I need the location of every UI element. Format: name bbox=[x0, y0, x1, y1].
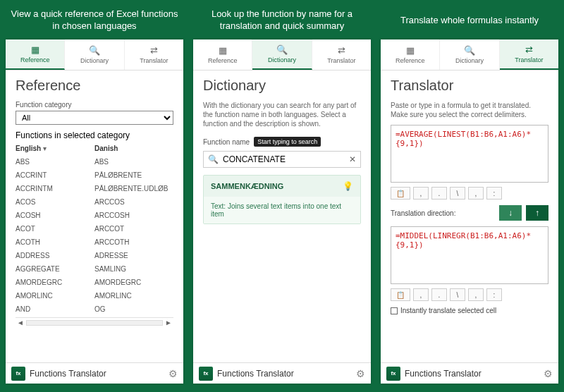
table-row[interactable]: ABSABS bbox=[16, 155, 173, 169]
translator-description: Paste or type in a formula to get it tra… bbox=[391, 101, 548, 119]
translate-icon: ⇄ bbox=[525, 44, 533, 55]
delim-cell[interactable]: . bbox=[431, 187, 447, 200]
table-row[interactable]: AMORDEGRCAMORDEGRC bbox=[16, 276, 173, 289]
delimiter-row-bottom: 📋 , . \ , : bbox=[391, 288, 548, 301]
result-card[interactable]: SAMMENKÆDNING 💡 Text: Joins several text… bbox=[203, 175, 361, 224]
app-logo-icon: fx bbox=[11, 367, 25, 381]
delim-cell[interactable]: , bbox=[468, 288, 484, 301]
horizontal-scrollbar[interactable]: ◄ ► bbox=[16, 317, 173, 327]
delim-cell[interactable]: : bbox=[486, 187, 502, 200]
dictionary-description: With the dictionary you can search for a… bbox=[203, 101, 361, 128]
translate-icon: ⇄ bbox=[338, 45, 345, 56]
app-logo-icon: fx bbox=[199, 367, 213, 381]
page-title: Reference bbox=[16, 78, 173, 94]
footer-title: Functions Translator bbox=[217, 369, 294, 379]
reference-icon: ▦ bbox=[31, 44, 39, 55]
function-list[interactable]: ABSABS ACCRINTPÅLØBRENTE ACCRINTMPÅLØBRE… bbox=[16, 155, 173, 317]
gear-icon[interactable]: ⚙ bbox=[544, 368, 553, 379]
reference-icon: ▦ bbox=[219, 45, 227, 56]
caption-reference: View a quick reference of Excel function… bbox=[6, 8, 183, 32]
search-icon: 🔍 bbox=[276, 44, 288, 55]
delim-cell[interactable]: : bbox=[486, 288, 502, 301]
tab-reference[interactable]: ▦ Reference bbox=[381, 39, 440, 70]
instant-checkbox[interactable] bbox=[391, 307, 398, 314]
tab-label: Reference bbox=[20, 56, 50, 63]
table-row[interactable]: ACOTARCCOT bbox=[16, 222, 173, 235]
table-row[interactable]: AMORLINCAMORLINC bbox=[16, 289, 173, 302]
delim-cell[interactable]: . bbox=[431, 288, 447, 301]
delim-cell[interactable]: \ bbox=[450, 288, 465, 301]
category-label: Function category bbox=[16, 101, 173, 109]
function-name-label: Function name bbox=[203, 138, 250, 146]
delim-cell[interactable]: , bbox=[413, 288, 429, 301]
tab-dictionary[interactable]: 🔍 Dictionary bbox=[252, 39, 312, 70]
tab-label: Translator bbox=[515, 56, 543, 63]
tab-label: Dictionary bbox=[268, 56, 296, 63]
tab-translator[interactable]: ⇄ Translator bbox=[500, 39, 558, 70]
footer: fx Functions Translator ⚙ bbox=[381, 362, 558, 384]
formula-input[interactable]: =AVERAGE(LINEST(B1:B6,A1:A6)*{9,1}) bbox=[391, 125, 548, 183]
gear-icon[interactable]: ⚙ bbox=[356, 368, 365, 379]
table-row[interactable]: ACOSHARCCOSH bbox=[16, 209, 173, 222]
tab-label: Dictionary bbox=[80, 57, 109, 64]
reference-icon: ▦ bbox=[406, 45, 415, 56]
tab-dictionary[interactable]: 🔍 Dictionary bbox=[440, 39, 499, 70]
tab-reference[interactable]: ▦ Reference bbox=[6, 39, 65, 70]
footer: fx Functions Translator ⚙ bbox=[6, 362, 183, 384]
search-icon: 🔍 bbox=[208, 154, 219, 164]
tab-translator[interactable]: ⇄ Translator bbox=[312, 39, 371, 70]
tab-label: Dictionary bbox=[455, 57, 484, 64]
result-name: SAMMENKÆDNING bbox=[211, 182, 283, 190]
table-row[interactable]: ACCRINTPÅLØBRENTE bbox=[16, 169, 173, 182]
caption-translator: Translate whole formulas instantly bbox=[398, 8, 541, 32]
instant-label: Instantly translate selected cell bbox=[400, 307, 496, 314]
table-row[interactable]: ACOSARCCOS bbox=[16, 195, 173, 209]
clear-icon[interactable]: ✕ bbox=[349, 154, 356, 164]
category-select[interactable]: All bbox=[16, 111, 173, 125]
caption-dictionary: Look up the function by name for a trans… bbox=[193, 8, 371, 32]
table-row[interactable]: ACOTHARCCOTH bbox=[16, 235, 173, 249]
footer-title: Functions Translator bbox=[30, 369, 106, 379]
list-header: Functions in selected category bbox=[16, 130, 173, 140]
direction-up-button[interactable]: ↑ bbox=[526, 205, 548, 221]
delim-cell[interactable]: , bbox=[468, 187, 484, 200]
direction-down-button[interactable]: ↓ bbox=[499, 205, 522, 221]
page-title: Dictionary bbox=[203, 78, 361, 94]
paste-icon[interactable]: 📋 bbox=[391, 288, 410, 301]
delim-cell[interactable]: , bbox=[413, 187, 429, 200]
tab-translator[interactable]: ⇄ Translator bbox=[125, 39, 183, 70]
translate-icon: ⇄ bbox=[150, 45, 158, 56]
tab-label: Translator bbox=[140, 57, 168, 64]
tab-reference[interactable]: ▦ Reference bbox=[193, 39, 252, 70]
search-input[interactable] bbox=[223, 154, 345, 164]
panel-translator: ▦ Reference 🔍 Dictionary ⇄ Translator Tr… bbox=[381, 39, 558, 384]
scroll-right-icon[interactable]: ► bbox=[165, 319, 172, 326]
delim-cell[interactable]: \ bbox=[450, 187, 465, 200]
tabs: ▦ Reference 🔍 Dictionary ⇄ Translator bbox=[193, 39, 371, 71]
search-tooltip: Start typing to search bbox=[254, 137, 321, 147]
lang2-header[interactable]: Danish bbox=[94, 145, 173, 152]
search-input-wrap[interactable]: 🔍 ✕ bbox=[203, 151, 361, 168]
tab-label: Translator bbox=[327, 57, 355, 64]
tabs: ▦ Reference 🔍 Dictionary ⇄ Translator bbox=[6, 39, 183, 71]
paste-icon[interactable]: 📋 bbox=[391, 187, 410, 200]
tab-label: Reference bbox=[396, 57, 425, 64]
delimiter-row-top: 📋 , . \ , : bbox=[391, 187, 548, 200]
lang1-header[interactable]: English bbox=[16, 145, 94, 152]
scroll-track[interactable] bbox=[26, 320, 163, 326]
scroll-left-icon[interactable]: ◄ bbox=[17, 319, 24, 326]
app-logo-icon: fx bbox=[386, 367, 400, 381]
lightbulb-icon[interactable]: 💡 bbox=[343, 181, 353, 191]
table-row[interactable]: AGGREGATESAMLING bbox=[16, 262, 173, 276]
table-row[interactable]: ADDRESSADRESSE bbox=[16, 249, 173, 262]
table-row[interactable]: ANDOG bbox=[16, 302, 173, 316]
search-icon: 🔍 bbox=[89, 45, 100, 56]
gear-icon[interactable]: ⚙ bbox=[168, 368, 178, 379]
footer-title: Functions Translator bbox=[405, 369, 482, 379]
formula-output[interactable]: =MIDDEL(LINREGR(B1:B6,A1:A6)*{9,1}) bbox=[391, 226, 548, 284]
tab-dictionary[interactable]: 🔍 Dictionary bbox=[65, 39, 124, 70]
tabs: ▦ Reference 🔍 Dictionary ⇄ Translator bbox=[381, 39, 558, 71]
tab-label: Reference bbox=[208, 57, 238, 64]
table-row[interactable]: ACCRINTMPÅLØBRENTE.UDLØB bbox=[16, 182, 173, 195]
panel-dictionary: ▦ Reference 🔍 Dictionary ⇄ Translator Di… bbox=[193, 39, 371, 384]
